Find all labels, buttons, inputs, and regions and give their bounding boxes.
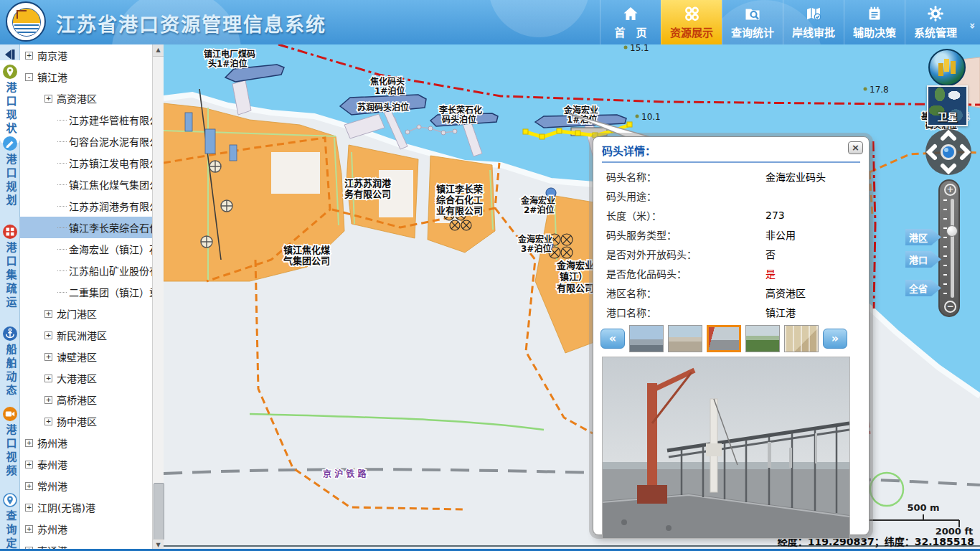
tree-expander[interactable]: +: [44, 310, 52, 318]
tree-connector: [57, 227, 67, 228]
tree-item-label: 镇江焦化煤气集团公司: [69, 177, 152, 192]
close-icon[interactable]: ×: [848, 141, 863, 154]
photo-thumbnail[interactable]: [784, 325, 819, 352]
nav-decision-support[interactable]: 辅助决策: [844, 0, 905, 44]
tree-expander[interactable]: +: [44, 375, 52, 382]
chevron-down-icon: »: [967, 22, 979, 29]
tree-item[interactable]: + 江阴(无锡)港: [20, 496, 152, 518]
tree-expander[interactable]: +: [25, 52, 33, 60]
nav-collapse-button[interactable]: »: [966, 0, 980, 44]
zoom-slider[interactable]: + −: [938, 179, 960, 317]
popup-title: 码头详情：: [602, 143, 860, 163]
sidebar-item-port-status[interactable]: 港口现状: [0, 60, 20, 143]
tree-item[interactable]: + 谏壁港区: [20, 346, 152, 367]
nav-shoreline-approval[interactable]: 岸线审批: [783, 0, 844, 44]
logo-crane-icon: [17, 10, 27, 19]
tree-expander[interactable]: +: [25, 525, 33, 533]
tree-expander[interactable]: +: [44, 396, 52, 404]
tree-item[interactable]: 镇江焦化煤气集团公司: [20, 174, 152, 195]
tree-item[interactable]: 金海宏业（镇江）石化有: [20, 238, 152, 260]
sidebar-item-port-transport[interactable]: 港口集疏运: [0, 225, 20, 310]
zoom-in-icon[interactable]: +: [944, 184, 956, 196]
tree-item[interactable]: + 南京港: [20, 44, 152, 66]
nav-resource-display[interactable]: 资源展示: [661, 0, 722, 44]
tree-item[interactable]: + 高资港区: [20, 88, 152, 109]
tree-item[interactable]: 江苏船山矿业股份有限公: [20, 260, 152, 281]
photo-thumbnail[interactable]: [707, 325, 741, 352]
svg-text:气集团公司: 气集团公司: [283, 255, 330, 266]
tree-expander[interactable]: +: [44, 331, 52, 339]
zoom-level-button[interactable]: 港口: [905, 251, 941, 268]
zoom-level-button[interactable]: 港区: [905, 229, 941, 245]
scrollbar-thumb[interactable]: [154, 483, 164, 540]
nav-label: 查询统计: [731, 24, 774, 39]
tree-item[interactable]: + 新民洲港区: [20, 324, 152, 346]
field-value: 否: [765, 247, 776, 261]
tree-item[interactable]: - 镇江港: [20, 66, 152, 88]
tree-connector: [57, 141, 67, 142]
zoom-thumb[interactable]: [946, 225, 958, 237]
nav-system-management[interactable]: 系统管理: [905, 0, 966, 44]
satellite-label: 卫星: [928, 109, 966, 123]
tree-item[interactable]: 江苏镇江发电有限公司: [20, 152, 152, 174]
overview-globe-button[interactable]: [928, 49, 966, 86]
next-photos-button[interactable]: »: [823, 329, 847, 349]
sidebar-item-query-locate[interactable]: 查询定位: [0, 493, 20, 551]
wharf-fields: 码头名称： 金海宏业码头 码头用途： 长度（米）： 273 码头服务类型： 非公…: [606, 166, 856, 321]
zoom-out-icon[interactable]: −: [944, 301, 956, 313]
nav-label: 辅助决策: [853, 24, 896, 39]
tree-connector: [57, 163, 67, 164]
field-row: 是否危化品码头： 是: [606, 263, 856, 283]
tree-expander[interactable]: +: [44, 418, 52, 425]
zoom-level-button[interactable]: 全省: [905, 280, 941, 296]
photo-thumbnail[interactable]: [668, 325, 702, 352]
prev-photos-button[interactable]: «: [600, 329, 625, 349]
tree-item[interactable]: 江苏苏润港务有限公司: [20, 195, 152, 217]
sidebar-item-label: 船舶动态: [5, 344, 16, 398]
tree-item-label: 龙门港区: [57, 306, 97, 321]
pan-compass-control[interactable]: [924, 128, 973, 176]
tree-item-label: 新民洲港区: [57, 328, 107, 342]
tree-item[interactable]: + 扬中港区: [20, 410, 152, 432]
sidebar-item-port-video[interactable]: 港口视频: [0, 407, 20, 479]
tree-expander[interactable]: +: [25, 439, 33, 447]
nav-home[interactable]: 首 页: [600, 0, 661, 44]
tree-scrollbar[interactable]: ▲ ▼: [152, 44, 164, 551]
svg-text:镇江焦化煤: 镇江焦化煤: [283, 245, 330, 255]
photo-thumbnail[interactable]: [745, 325, 780, 352]
field-row: 码头服务类型： 非公用: [606, 225, 856, 244]
sidebar-item-ship-dynamics[interactable]: 船舶动态: [0, 326, 20, 398]
tree-expander[interactable]: +: [25, 461, 33, 468]
tree-item-label: 扬州港: [37, 435, 67, 450]
photo-thumbnail[interactable]: [629, 325, 664, 352]
location-pin-icon: [3, 65, 17, 79]
tree-item[interactable]: 江苏建华管桩有限公司: [20, 109, 152, 131]
tree-connector: [57, 184, 67, 185]
zoom-track[interactable]: [951, 199, 954, 298]
tree-item[interactable]: + 大港港区: [20, 367, 152, 389]
tree-expander[interactable]: -: [25, 73, 33, 81]
tree-item[interactable]: + 苏州港: [20, 518, 152, 540]
tree-item[interactable]: + 高桥港区: [20, 389, 152, 410]
tree-item[interactable]: + 扬州港: [20, 432, 152, 453]
tree-item[interactable]: + 泰州港: [20, 453, 152, 475]
tree-expander[interactable]: +: [44, 95, 52, 103]
tree-expander[interactable]: +: [25, 482, 33, 490]
sidebar-item-label: 港口集疏运: [5, 242, 16, 310]
scroll-up-icon[interactable]: ▲: [153, 44, 164, 57]
tree-expander[interactable]: +: [25, 504, 33, 512]
tree-item[interactable]: 二重集团（镇江）重型装: [20, 281, 152, 303]
tree-item[interactable]: + 龙门港区: [20, 303, 152, 324]
sidebar-item-port-planning[interactable]: 港口规划: [0, 136, 20, 208]
tree-expander[interactable]: +: [44, 353, 52, 361]
field-row: 码头用途：: [606, 186, 856, 205]
collapse-panel-button[interactable]: [2, 47, 18, 62]
nav-query-statistics[interactable]: 查询统计: [722, 0, 783, 44]
tree-item[interactable]: + 常州港: [20, 475, 152, 496]
field-row: 是否对外开放码头： 否: [606, 244, 856, 263]
tree-item[interactable]: 句容台泥水泥有限公司: [20, 131, 152, 152]
tree-item[interactable]: 镇江李长荣综合石化工业: [20, 217, 152, 238]
nav-label: 岸线审批: [792, 24, 835, 39]
tree-connector: [57, 249, 67, 250]
satellite-layer-button[interactable]: 卫星: [927, 85, 968, 126]
